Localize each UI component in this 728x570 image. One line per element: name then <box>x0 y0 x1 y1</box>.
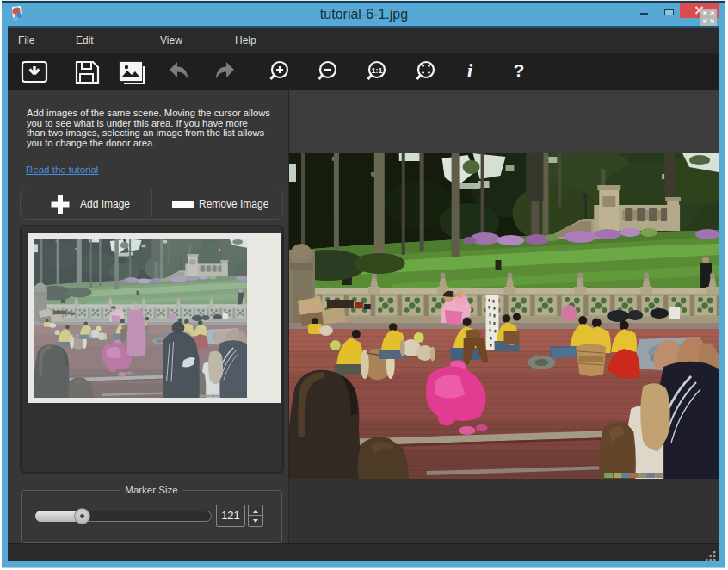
svg-text:1:1: 1:1 <box>371 66 382 75</box>
svg-text:?: ? <box>514 60 525 80</box>
svg-text:i: i <box>467 60 473 82</box>
